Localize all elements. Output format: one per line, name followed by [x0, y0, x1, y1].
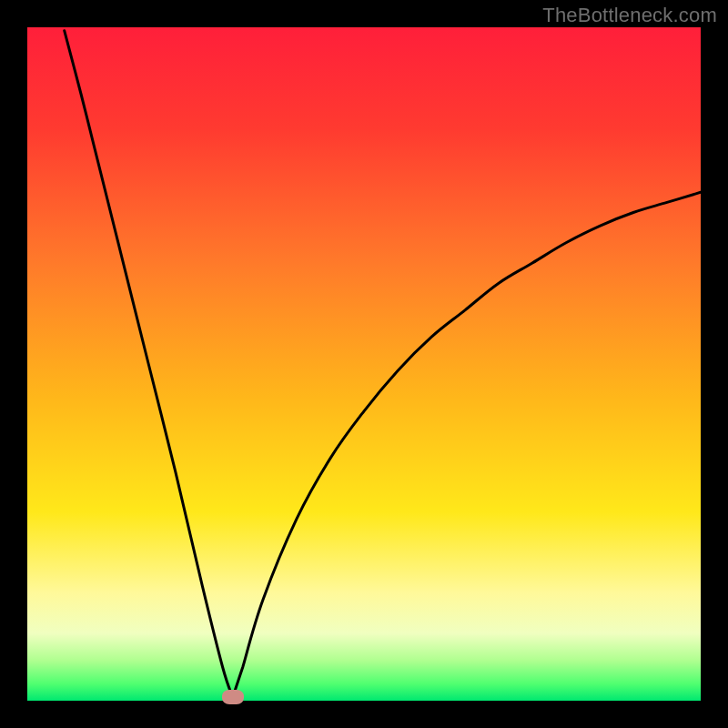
watermark-text: TheBottleneck.com	[542, 4, 717, 27]
plot-svg	[27, 27, 701, 701]
gradient-background	[27, 27, 701, 701]
chart-frame: TheBottleneck.com	[0, 0, 728, 728]
plot-area	[27, 27, 701, 701]
